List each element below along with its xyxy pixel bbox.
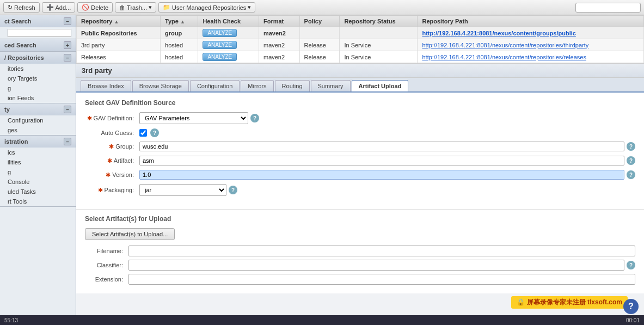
sidebar-item-configuration[interactable]: Configuration <box>0 115 76 125</box>
table-row[interactable]: ReleaseshostedANALYZEmaven2ReleaseIn Ser… <box>77 51 644 63</box>
sidebar-item-feeds[interactable]: ion Feeds <box>0 93 76 103</box>
artifact-input[interactable] <box>139 156 624 165</box>
trash-chevron: ▾ <box>149 4 152 11</box>
sidebar-item-targets[interactable]: ory Targets <box>0 73 76 83</box>
version-input[interactable] <box>139 170 624 180</box>
sidebar-item-privileges[interactable]: ges <box>0 125 76 135</box>
artifact-required-star: ✱ <box>107 157 113 164</box>
version-row: ✱ Version: ? <box>85 170 635 180</box>
packaging-select[interactable]: jarwarearpom <box>139 184 226 196</box>
analyze-button[interactable]: ANALYZE <box>203 53 237 61</box>
group-input-row: ? <box>139 142 635 151</box>
sidebar-section-header-advanced[interactable]: ced Search + <box>0 39 76 51</box>
col-repository[interactable]: Repository ▲ <box>77 16 161 27</box>
repository-table-container: Repository ▲ Type ▲ Health Check Format … <box>76 15 644 63</box>
sidebar-search-input[interactable] <box>8 29 71 37</box>
corner-help-button[interactable]: ? <box>623 299 639 314</box>
refresh-label: Refresh <box>14 4 35 11</box>
classifier-help-icon[interactable]: ? <box>627 261 635 269</box>
analyze-button[interactable]: ANALYZE <box>203 29 237 37</box>
upload-form: Filename: Classifier: ? Extension: <box>85 246 635 285</box>
user-managed-chevron: ▾ <box>248 4 251 11</box>
classifier-label: Classifier: <box>85 262 128 268</box>
repository-table: Repository ▲ Type ▲ Health Check Format … <box>76 15 644 63</box>
tab-routing[interactable]: Routing <box>275 80 310 91</box>
sidebar-section-header-admin[interactable]: istration – <box>0 136 76 148</box>
sidebar-item-analytics[interactable]: ics <box>0 148 76 157</box>
tab-configuration[interactable]: Configuration <box>190 80 240 91</box>
sidebar: ct Search – ced Search + / Repositories … <box>0 15 76 315</box>
sidebar-item-repositories[interactable]: itories <box>0 64 76 73</box>
toolbar-search-input[interactable] <box>575 3 641 13</box>
cell-health-check: ANALYZE <box>198 51 259 63</box>
cell-path: http://192.168.4.221:8081/nexus/content/… <box>418 39 644 51</box>
col-policy[interactable]: Policy <box>299 16 340 27</box>
trash-button[interactable]: 🗑 Trash... ▾ <box>115 2 156 13</box>
filename-input[interactable] <box>128 246 635 256</box>
version-help-icon[interactable]: ? <box>627 170 635 179</box>
col-status[interactable]: Repository Status <box>340 16 418 27</box>
classifier-input[interactable] <box>128 260 624 271</box>
sidebar-section-header-security[interactable]: ty – <box>0 103 76 115</box>
tab-artifact-upload[interactable]: Artifact Upload <box>352 80 409 91</box>
sidebar-section-header-search[interactable]: ct Search – <box>0 15 76 27</box>
auto-guess-help-icon[interactable]: ? <box>150 128 159 137</box>
gav-help-icon[interactable]: ? <box>250 114 259 122</box>
tab-browse-storage[interactable]: Browse Storage <box>132 80 189 91</box>
tab-summary[interactable]: Summary <box>311 80 351 91</box>
cell-policy: Release <box>299 39 340 51</box>
sidebar-item-logging[interactable]: g <box>0 167 76 177</box>
cell-repo-type: hosted <box>161 51 198 63</box>
col-health-check[interactable]: Health Check <box>198 16 259 27</box>
table-row[interactable]: 3rd partyhostedANALYZEmaven2ReleaseIn Se… <box>77 39 644 51</box>
tab-browse-index[interactable]: Browse Index <box>81 80 131 91</box>
sidebar-expand-advanced[interactable]: + <box>64 41 71 49</box>
refresh-button[interactable]: ↻ Refresh <box>3 2 40 13</box>
table-row[interactable]: Public RepositoriesgroupANALYZEmaven2htt… <box>77 27 644 39</box>
gav-definition-row: ✱ GAV Definition: GAV ParametersFrom POM… <box>85 112 635 124</box>
group-input[interactable] <box>139 142 624 151</box>
sidebar-item-support-tools[interactable]: rt Tools <box>0 197 76 206</box>
repo-detail-title: 3rd party <box>76 64 644 78</box>
tab-mirrors[interactable]: Mirrors <box>241 80 273 91</box>
sidebar-item-search-field[interactable] <box>0 27 76 39</box>
sidebar-section-header-repositories[interactable]: / Repositories – <box>0 52 76 64</box>
group-row: ✱ Group: ? <box>85 142 635 151</box>
auto-guess-control: ? <box>139 128 635 137</box>
col-type[interactable]: Type ▲ <box>161 16 198 27</box>
extension-row: Extension: <box>85 274 635 285</box>
cell-format: maven2 <box>259 39 299 51</box>
delete-button[interactable]: 🚫 Delete <box>77 2 113 13</box>
col-format[interactable]: Format <box>259 16 299 27</box>
repo-path-link[interactable]: http://192.168.4.221:8081/nexus/content/… <box>422 42 588 48</box>
add-button[interactable]: ➕ Add... <box>42 2 76 13</box>
sidebar-item-capabilities[interactable]: ilities <box>0 157 76 167</box>
form-section-title: Select GAV Definition Source <box>85 99 635 107</box>
repo-path-link[interactable]: http://192.168.4.221:8081/nexus/content/… <box>422 54 586 60</box>
sidebar-item-console[interactable]: Console <box>0 177 76 187</box>
sidebar-expand-admin[interactable]: – <box>64 138 71 145</box>
select-artifacts-button[interactable]: Select Artifact(s) to Upload... <box>85 228 175 240</box>
sidebar-expand-search[interactable]: – <box>64 17 71 25</box>
cell-repo-type: group <box>161 27 198 39</box>
sidebar-item-scheduled[interactable]: uled Tasks <box>0 187 76 197</box>
auto-guess-row: Auto Guess: ? <box>85 128 635 137</box>
analyze-button[interactable]: ANALYZE <box>203 41 237 49</box>
add-icon: ➕ <box>46 4 54 11</box>
group-help-icon[interactable]: ? <box>627 142 635 151</box>
artifact-help-icon[interactable]: ? <box>627 156 635 165</box>
sidebar-expand-security[interactable]: – <box>64 106 71 113</box>
group-required-star: ✱ <box>109 143 115 150</box>
extension-input[interactable] <box>128 274 635 285</box>
user-managed-button[interactable]: 📁 User Managed Repositories ▾ <box>158 2 255 13</box>
repo-path-link[interactable]: http://192.168.4.221:8081/nexus/content/… <box>422 30 575 36</box>
sidebar-item-routing[interactable]: g <box>0 83 76 93</box>
gav-definition-select[interactable]: GAV ParametersFrom POM <box>139 112 248 124</box>
col-path[interactable]: Repository Path <box>418 16 644 27</box>
sidebar-expand-repositories[interactable]: – <box>64 54 71 62</box>
auto-guess-checkbox[interactable] <box>139 129 147 137</box>
user-managed-icon: 📁 <box>163 4 170 11</box>
packaging-help-icon[interactable]: ? <box>229 186 237 194</box>
sidebar-section-label-search: ct Search <box>4 18 32 24</box>
trash-icon: 🗑 <box>119 4 125 11</box>
